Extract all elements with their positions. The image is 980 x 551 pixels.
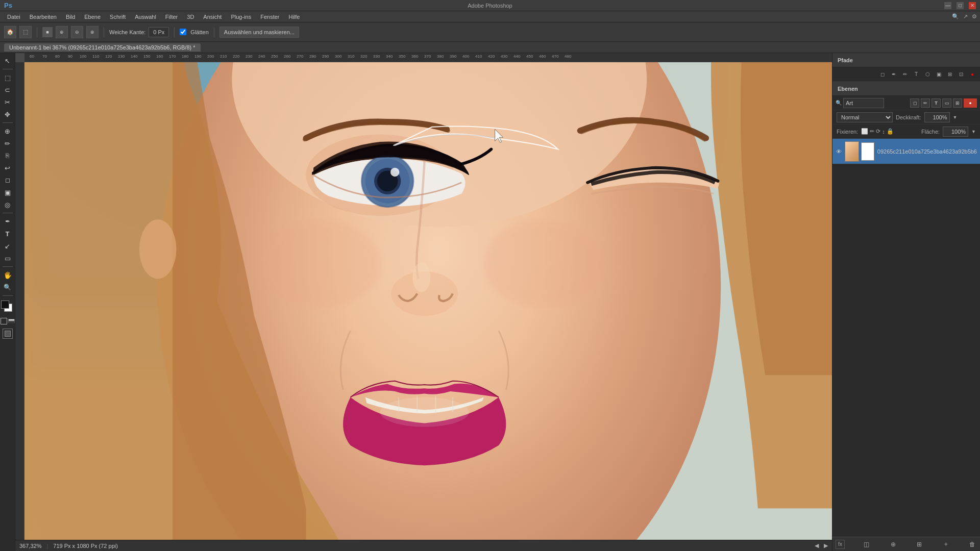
- layer-fx-button[interactable]: fx: [836, 540, 845, 549]
- menu-bild[interactable]: Bild: [62, 13, 79, 21]
- menu-schrift[interactable]: Schrift: [106, 13, 130, 21]
- close-button[interactable]: ✕: [969, 2, 976, 9]
- panel-icon-4[interactable]: T: [912, 70, 921, 79]
- layer-group-button[interactable]: ⊞: [915, 540, 924, 549]
- menu-ebene[interactable]: Ebene: [80, 13, 105, 21]
- minimize-button[interactable]: —: [944, 2, 951, 9]
- nav-forward-icon[interactable]: ▶: [824, 542, 828, 549]
- select-mask-button[interactable]: Auswählen und maskieren...: [219, 27, 299, 38]
- menu-bearbeiten[interactable]: Bearbeiten: [26, 13, 61, 21]
- panel-icon-6[interactable]: ▣: [934, 70, 943, 79]
- lock-all-icon[interactable]: 🔒: [887, 128, 894, 135]
- layer-adjustment-button[interactable]: ⊕: [889, 540, 898, 549]
- eyedropper-tool[interactable]: ✥: [2, 109, 13, 120]
- quick-mask-icon[interactable]: [8, 319, 15, 323]
- app-title: Adobe Photoshop: [468, 3, 512, 9]
- text-tool[interactable]: T: [2, 228, 13, 239]
- layer-mask-thumbnail[interactable]: [861, 142, 874, 161]
- lock-artboard-icon[interactable]: ↕: [882, 129, 885, 135]
- brush-tool[interactable]: ✏: [2, 138, 13, 149]
- healing-tool[interactable]: ⊕: [2, 126, 13, 137]
- menu-3d[interactable]: 3D: [183, 13, 198, 21]
- menu-plugins[interactable]: Plug-ins: [227, 13, 255, 21]
- tools-panel: ↖ ⬚ ⊂ ✂ ✥ ⊕ ✏ ⎘ ↩ ◻ ▣ ◎ ✒ T ↙ ▭ 🖐 🔍: [0, 53, 15, 551]
- zoom-tool[interactable]: 🔍: [2, 282, 13, 293]
- opacity-chevron-icon[interactable]: ▼: [953, 115, 958, 120]
- fill-input[interactable]: [943, 127, 968, 137]
- history-brush-tool[interactable]: ↩: [2, 162, 13, 173]
- soft-edge-input[interactable]: [149, 27, 169, 37]
- panel-icon-1[interactable]: ◻: [878, 70, 887, 79]
- smooth-checkbox[interactable]: [180, 29, 186, 35]
- lock-transparent-icon[interactable]: ⬜: [861, 128, 868, 135]
- svg-point-20: [380, 397, 469, 427]
- fill-chevron-icon[interactable]: ▼: [971, 129, 976, 134]
- menu-hilfe[interactable]: Hilfe: [284, 13, 304, 21]
- clone-tool[interactable]: ⎘: [2, 150, 13, 161]
- status-separator: |: [46, 543, 48, 549]
- crop-tool[interactable]: ✂: [2, 96, 13, 108]
- layer-filter-text-btn[interactable]: T: [932, 98, 941, 108]
- blend-mode-select[interactable]: NormalAuflösenAbdunkelnMultiplizierenFar…: [837, 112, 893, 122]
- lasso-tool[interactable]: ⊂: [2, 84, 13, 95]
- path-selection-tool[interactable]: ↙: [2, 240, 13, 252]
- layer-item[interactable]: 👁 09265c211e010a725e3ba4623a92b5b6: [832, 139, 980, 164]
- tool-home-button[interactable]: 🏠: [4, 26, 16, 38]
- blur-tool[interactable]: ◎: [2, 199, 13, 210]
- menu-fenster[interactable]: Fenster: [256, 13, 283, 21]
- options-toolbar: 🏠 ⬚ ■ ⊕ ⊖ ⊗ Weiche Kante: Glätten Auswäh…: [0, 22, 980, 42]
- foreground-color-box[interactable]: [1, 300, 9, 309]
- move-tool[interactable]: ↖: [2, 55, 13, 66]
- panel-icon-7[interactable]: ⊞: [945, 70, 954, 79]
- layer-mask-button[interactable]: ◫: [862, 540, 871, 549]
- screen-mode-icon[interactable]: [3, 329, 13, 339]
- panel-icon-2[interactable]: ✒: [889, 70, 898, 79]
- canvas-container: [24, 62, 832, 540]
- layer-visibility-toggle[interactable]: 👁: [836, 147, 842, 156]
- restore-button[interactable]: □: [957, 2, 964, 9]
- menu-ansicht[interactable]: Ansicht: [199, 13, 226, 21]
- ruler-top: 60 70 80 90 100 110 120 130 140 150 160 …: [24, 53, 832, 62]
- gradient-tool[interactable]: ▣: [2, 187, 13, 198]
- layers-list: 👁 09265c211e010a725e3ba4623a92b5b6: [832, 139, 980, 537]
- layer-filter-smart-btn[interactable]: ⊞: [953, 98, 962, 108]
- layer-thumb-image: [845, 142, 859, 161]
- panel-icon-8[interactable]: ⊡: [957, 70, 966, 79]
- layer-filter-adjust-btn[interactable]: ✏: [921, 98, 930, 108]
- intersect-selection-button[interactable]: ⊗: [86, 26, 99, 38]
- layer-search-input[interactable]: [843, 98, 884, 108]
- pen-tool[interactable]: ✒: [2, 216, 13, 227]
- layer-new-button[interactable]: +: [941, 540, 950, 549]
- new-selection-button[interactable]: ■: [42, 27, 53, 37]
- opacity-input[interactable]: [924, 112, 950, 122]
- nav-back-icon[interactable]: ◀: [815, 542, 819, 549]
- tool-preset-button[interactable]: ⬚: [19, 26, 32, 38]
- title-bar-controls[interactable]: — □ ✕: [944, 2, 976, 9]
- menu-filter[interactable]: Filter: [161, 13, 182, 21]
- normal-mode-icon[interactable]: [1, 318, 7, 324]
- layer-delete-button[interactable]: 🗑: [968, 540, 977, 549]
- eraser-tool[interactable]: ◻: [2, 174, 13, 186]
- menu-auswahl[interactable]: Auswahl: [131, 13, 160, 21]
- subtract-selection-button[interactable]: ⊖: [71, 26, 83, 38]
- color-picker[interactable]: [1, 300, 14, 315]
- selection-tool[interactable]: ⬚: [2, 72, 13, 83]
- panel-icon-5[interactable]: ⬡: [923, 70, 932, 79]
- panel-icon-3[interactable]: ✏: [900, 70, 910, 79]
- layer-filter-shape-btn[interactable]: ▭: [942, 98, 951, 108]
- lock-position-icon[interactable]: ⟳: [876, 128, 880, 135]
- menu-datei[interactable]: Datei: [3, 13, 24, 21]
- layer-filter-toggle-btn[interactable]: ●: [964, 98, 977, 108]
- panel-record-icon[interactable]: ●: [968, 70, 977, 79]
- hand-tool[interactable]: 🖐: [2, 269, 13, 281]
- shape-tool[interactable]: ▭: [2, 253, 13, 264]
- layer-filter-pixel-btn[interactable]: ◻: [910, 98, 919, 108]
- document-tab[interactable]: Unbenannt-1 bei 367% (09265c211e010a725e…: [4, 43, 201, 52]
- search-icon: 🔍: [952, 13, 959, 20]
- zoom-level: 367,32%: [19, 543, 41, 549]
- tool-sep-5: [3, 295, 13, 296]
- lock-brush-icon[interactable]: ✏: [870, 128, 874, 135]
- add-selection-button[interactable]: ⊕: [56, 26, 68, 38]
- svg-point-13: [390, 168, 399, 177]
- main-area: ↖ ⬚ ⊂ ✂ ✥ ⊕ ✏ ⎘ ↩ ◻ ▣ ◎ ✒ T ↙ ▭ 🖐 🔍: [0, 53, 980, 551]
